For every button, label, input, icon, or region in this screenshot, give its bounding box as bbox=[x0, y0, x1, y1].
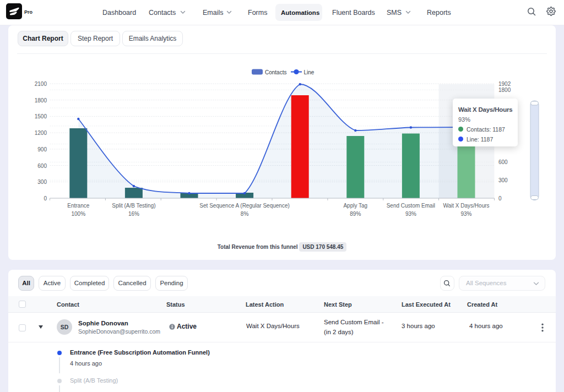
svg-text:8%: 8% bbox=[241, 211, 249, 217]
svg-text:89%: 89% bbox=[350, 211, 361, 217]
svg-text:Line: Line bbox=[304, 69, 314, 75]
svg-text:2100: 2100 bbox=[35, 81, 47, 87]
svg-text:Set Sequence A (Regular Sequen: Set Sequence A (Regular Sequence) bbox=[199, 203, 289, 209]
svg-text:16%: 16% bbox=[128, 211, 139, 217]
svg-text:Contacts: Contacts bbox=[265, 69, 286, 75]
svg-text:0: 0 bbox=[44, 195, 47, 202]
svg-text:Wait X Days/Hours: Wait X Days/Hours bbox=[443, 203, 489, 209]
svg-text:Split (A/B Testing): Split (A/B Testing) bbox=[112, 203, 155, 209]
svg-text:1800: 1800 bbox=[498, 87, 511, 93]
svg-text:93%: 93% bbox=[405, 211, 416, 217]
svg-text:Send Custom Email: Send Custom Email bbox=[387, 203, 435, 209]
svg-text:93%: 93% bbox=[460, 211, 471, 217]
svg-text:100%: 100% bbox=[72, 211, 86, 217]
svg-text:900: 900 bbox=[37, 146, 47, 153]
svg-text:300: 300 bbox=[498, 177, 508, 183]
svg-text:0: 0 bbox=[498, 195, 502, 202]
svg-text:1902: 1902 bbox=[498, 81, 511, 87]
svg-text:1500: 1500 bbox=[35, 113, 47, 119]
svg-text:Entrance: Entrance bbox=[67, 203, 89, 209]
svg-text:300: 300 bbox=[37, 179, 47, 185]
svg-text:Apply Tag: Apply Tag bbox=[343, 203, 367, 209]
svg-text:600: 600 bbox=[498, 159, 508, 165]
svg-text:1800: 1800 bbox=[35, 97, 47, 104]
svg-text:600: 600 bbox=[37, 163, 47, 169]
svg-text:1200: 1200 bbox=[35, 130, 47, 136]
